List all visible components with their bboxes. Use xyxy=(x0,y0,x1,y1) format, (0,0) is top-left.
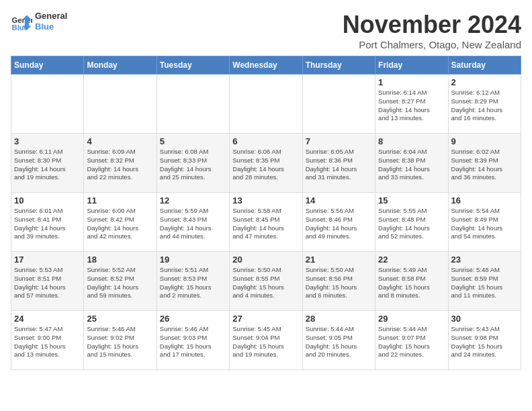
day-number: 19 xyxy=(160,255,226,265)
day-detail: Sunrise: 6:14 AM Sunset: 8:27 PM Dayligh… xyxy=(378,89,445,123)
calendar-week-5: 24Sunrise: 5:47 AM Sunset: 9:00 PM Dayli… xyxy=(11,311,521,370)
calendar-cell: 21Sunrise: 5:50 AM Sunset: 8:56 PM Dayli… xyxy=(302,252,375,311)
day-detail: Sunrise: 5:46 AM Sunset: 9:03 PM Dayligh… xyxy=(160,325,226,359)
calendar-cell xyxy=(302,75,375,134)
day-number: 10 xyxy=(14,195,81,205)
calendar-cell: 13Sunrise: 5:58 AM Sunset: 8:45 PM Dayli… xyxy=(230,193,302,252)
day-detail: Sunrise: 6:06 AM Sunset: 8:35 PM Dayligh… xyxy=(232,148,299,182)
day-number: 28 xyxy=(306,314,372,324)
day-detail: Sunrise: 5:55 AM Sunset: 8:48 PM Dayligh… xyxy=(378,207,445,241)
day-number: 30 xyxy=(451,314,518,324)
day-detail: Sunrise: 5:44 AM Sunset: 9:05 PM Dayligh… xyxy=(306,325,372,359)
calendar-cell xyxy=(84,75,157,134)
logo-line1: General xyxy=(35,11,67,21)
day-number: 27 xyxy=(232,314,299,324)
header-day-sunday: Sunday xyxy=(11,56,84,75)
day-detail: Sunrise: 5:45 AM Sunset: 9:04 PM Dayligh… xyxy=(232,325,299,359)
calendar-cell: 4Sunrise: 6:09 AM Sunset: 8:32 PM Daylig… xyxy=(84,134,157,193)
logo-line2: Blue xyxy=(35,21,67,32)
calendar-cell: 28Sunrise: 5:44 AM Sunset: 9:05 PM Dayli… xyxy=(302,311,375,370)
calendar-cell xyxy=(11,75,84,134)
calendar-cell: 5Sunrise: 6:08 AM Sunset: 8:33 PM Daylig… xyxy=(157,134,229,193)
logo-icon: General Blue xyxy=(11,11,32,32)
day-number: 7 xyxy=(306,136,372,146)
calendar-cell: 8Sunrise: 6:04 AM Sunset: 8:38 PM Daylig… xyxy=(375,134,448,193)
header: General Blue General Blue November 2024 … xyxy=(11,11,521,50)
calendar-cell: 11Sunrise: 6:00 AM Sunset: 8:42 PM Dayli… xyxy=(84,193,157,252)
day-detail: Sunrise: 6:11 AM Sunset: 8:30 PM Dayligh… xyxy=(14,148,81,182)
day-number: 15 xyxy=(378,195,445,205)
day-detail: Sunrise: 6:05 AM Sunset: 8:36 PM Dayligh… xyxy=(306,148,372,182)
calendar-cell: 18Sunrise: 5:52 AM Sunset: 8:52 PM Dayli… xyxy=(84,252,157,311)
month-title: November 2024 xyxy=(343,11,521,39)
title-area: November 2024 Port Chalmers, Otago, New … xyxy=(343,11,521,50)
day-number: 14 xyxy=(306,195,372,205)
day-number: 16 xyxy=(451,195,518,205)
day-detail: Sunrise: 6:08 AM Sunset: 8:33 PM Dayligh… xyxy=(160,148,226,182)
day-number: 17 xyxy=(14,255,81,265)
svg-text:General: General xyxy=(12,16,32,24)
day-detail: Sunrise: 5:50 AM Sunset: 8:55 PM Dayligh… xyxy=(232,266,299,300)
day-number: 20 xyxy=(232,255,299,265)
day-number: 22 xyxy=(378,255,445,265)
calendar-cell: 26Sunrise: 5:46 AM Sunset: 9:03 PM Dayli… xyxy=(157,311,229,370)
day-number: 11 xyxy=(87,195,153,205)
day-number: 2 xyxy=(451,77,518,87)
calendar-week-1: 1Sunrise: 6:14 AM Sunset: 8:27 PM Daylig… xyxy=(11,75,521,134)
day-number: 13 xyxy=(232,195,299,205)
calendar-cell: 22Sunrise: 5:49 AM Sunset: 8:58 PM Dayli… xyxy=(375,252,448,311)
day-number: 5 xyxy=(160,136,226,146)
header-day-monday: Monday xyxy=(84,56,157,75)
calendar-cell: 29Sunrise: 5:44 AM Sunset: 9:07 PM Dayli… xyxy=(375,311,448,370)
day-number: 23 xyxy=(451,255,518,265)
calendar-cell: 12Sunrise: 5:59 AM Sunset: 8:43 PM Dayli… xyxy=(157,193,229,252)
day-detail: Sunrise: 5:52 AM Sunset: 8:52 PM Dayligh… xyxy=(87,266,153,300)
calendar-cell: 3Sunrise: 6:11 AM Sunset: 8:30 PM Daylig… xyxy=(11,134,84,193)
day-number: 26 xyxy=(160,314,226,324)
day-detail: Sunrise: 5:58 AM Sunset: 8:45 PM Dayligh… xyxy=(232,207,299,241)
calendar-cell: 23Sunrise: 5:48 AM Sunset: 8:59 PM Dayli… xyxy=(448,252,521,311)
day-number: 18 xyxy=(87,255,153,265)
calendar-week-4: 17Sunrise: 5:53 AM Sunset: 8:51 PM Dayli… xyxy=(11,252,521,311)
day-detail: Sunrise: 5:50 AM Sunset: 8:56 PM Dayligh… xyxy=(306,266,372,300)
calendar-cell: 24Sunrise: 5:47 AM Sunset: 9:00 PM Dayli… xyxy=(11,311,84,370)
day-detail: Sunrise: 5:51 AM Sunset: 8:53 PM Dayligh… xyxy=(160,266,226,300)
day-detail: Sunrise: 5:48 AM Sunset: 8:59 PM Dayligh… xyxy=(451,266,518,300)
day-number: 29 xyxy=(378,314,445,324)
day-detail: Sunrise: 6:12 AM Sunset: 8:29 PM Dayligh… xyxy=(451,89,518,123)
day-number: 21 xyxy=(306,255,372,265)
calendar-cell: 7Sunrise: 6:05 AM Sunset: 8:36 PM Daylig… xyxy=(302,134,375,193)
calendar-week-3: 10Sunrise: 6:01 AM Sunset: 8:41 PM Dayli… xyxy=(11,193,521,252)
day-number: 9 xyxy=(451,136,518,146)
calendar-cell xyxy=(230,75,302,134)
calendar-cell: 19Sunrise: 5:51 AM Sunset: 8:53 PM Dayli… xyxy=(157,252,229,311)
day-detail: Sunrise: 5:47 AM Sunset: 9:00 PM Dayligh… xyxy=(14,325,81,359)
calendar-cell: 27Sunrise: 5:45 AM Sunset: 9:04 PM Dayli… xyxy=(230,311,302,370)
day-number: 25 xyxy=(87,314,153,324)
calendar-cell xyxy=(157,75,229,134)
header-day-thursday: Thursday xyxy=(302,56,375,75)
calendar-table: SundayMondayTuesdayWednesdayThursdayFrid… xyxy=(11,56,521,370)
location-title: Port Chalmers, Otago, New Zealand xyxy=(343,39,521,50)
calendar-cell: 16Sunrise: 5:54 AM Sunset: 8:49 PM Dayli… xyxy=(448,193,521,252)
day-detail: Sunrise: 5:59 AM Sunset: 8:43 PM Dayligh… xyxy=(160,207,226,241)
calendar-cell: 25Sunrise: 5:46 AM Sunset: 9:02 PM Dayli… xyxy=(84,311,157,370)
logo: General Blue General Blue xyxy=(11,11,67,32)
header-day-wednesday: Wednesday xyxy=(230,56,302,75)
logo-text: General Blue xyxy=(35,11,67,32)
calendar-cell: 14Sunrise: 5:56 AM Sunset: 8:46 PM Dayli… xyxy=(302,193,375,252)
calendar-cell: 17Sunrise: 5:53 AM Sunset: 8:51 PM Dayli… xyxy=(11,252,84,311)
day-detail: Sunrise: 5:53 AM Sunset: 8:51 PM Dayligh… xyxy=(14,266,81,300)
day-detail: Sunrise: 5:44 AM Sunset: 9:07 PM Dayligh… xyxy=(378,325,445,359)
day-number: 4 xyxy=(87,136,153,146)
day-number: 1 xyxy=(378,77,445,87)
calendar-cell: 9Sunrise: 6:02 AM Sunset: 8:39 PM Daylig… xyxy=(448,134,521,193)
day-number: 6 xyxy=(232,136,299,146)
calendar-cell: 20Sunrise: 5:50 AM Sunset: 8:55 PM Dayli… xyxy=(230,252,302,311)
day-detail: Sunrise: 5:43 AM Sunset: 9:08 PM Dayligh… xyxy=(451,325,518,359)
day-number: 12 xyxy=(160,195,226,205)
day-detail: Sunrise: 5:54 AM Sunset: 8:49 PM Dayligh… xyxy=(451,207,518,241)
calendar-cell: 15Sunrise: 5:55 AM Sunset: 8:48 PM Dayli… xyxy=(375,193,448,252)
calendar-week-2: 3Sunrise: 6:11 AM Sunset: 8:30 PM Daylig… xyxy=(11,134,521,193)
header-day-tuesday: Tuesday xyxy=(157,56,229,75)
